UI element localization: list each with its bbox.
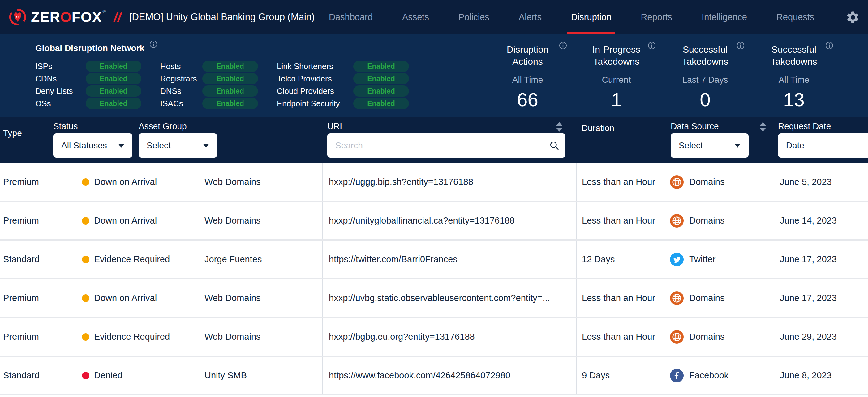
facebook-icon bbox=[670, 369, 684, 382]
nav-item-reports[interactable]: Reports bbox=[641, 0, 673, 34]
cell-request-date: June 14, 2023 bbox=[774, 202, 868, 239]
cell-data-source: Domains bbox=[664, 163, 774, 201]
enabled-pill[interactable]: Enabled bbox=[353, 73, 409, 84]
column-header-type: Type bbox=[3, 128, 22, 138]
stat-info-icon[interactable] bbox=[737, 41, 745, 51]
gdn-toggle-isps: ISPsEnabled bbox=[35, 61, 142, 72]
table-row[interactable]: PremiumEvidence RequiredWeb Domainshxxp:… bbox=[0, 318, 868, 357]
nav-item-assets[interactable]: Assets bbox=[402, 0, 429, 34]
status-filter-select[interactable]: All Statuses bbox=[53, 134, 132, 158]
request-date-input[interactable] bbox=[778, 134, 868, 158]
cell-status: Evidence Required bbox=[74, 240, 198, 278]
table-row[interactable]: StandardEvidence RequiredJorge Fuentesht… bbox=[0, 240, 868, 279]
table-row[interactable]: PremiumDown on ArrivalWeb Domainshxxp://… bbox=[0, 279, 868, 318]
enabled-pill[interactable]: Enabled bbox=[202, 61, 258, 72]
stat-info-icon[interactable] bbox=[559, 41, 567, 51]
gdn-info-icon[interactable] bbox=[149, 40, 157, 50]
data-source-sort-arrows-icon[interactable] bbox=[760, 122, 766, 132]
enabled-pill[interactable]: Enabled bbox=[86, 85, 142, 96]
stat-title: Successful Takedowns bbox=[758, 44, 830, 67]
gdn-toggle-label: Registrars bbox=[160, 74, 202, 84]
source-text: Facebook bbox=[689, 370, 728, 380]
request-date-filter-box bbox=[778, 134, 868, 158]
cell-type: Premium bbox=[0, 318, 74, 356]
table-row[interactable]: PremiumDown on ArrivalWeb Domainshxxp://… bbox=[0, 163, 868, 202]
stat-period: All Time bbox=[483, 75, 572, 85]
cell-duration: Less than an Hour bbox=[576, 279, 664, 317]
nav-item-intelligence[interactable]: Intelligence bbox=[702, 0, 747, 34]
cell-asset-group: Jorge Fuentes bbox=[198, 240, 322, 278]
url-sort-arrows-icon[interactable] bbox=[556, 122, 562, 132]
gdn-toggle-label: Hosts bbox=[160, 62, 202, 71]
status-dot-icon bbox=[82, 217, 89, 225]
search-icon[interactable] bbox=[549, 141, 559, 150]
enabled-pill[interactable]: Enabled bbox=[86, 98, 142, 109]
stat-value: 66 bbox=[483, 89, 572, 111]
gdn-title: Global Disruption Network bbox=[35, 44, 145, 53]
cell-data-source: Twitter bbox=[664, 240, 774, 278]
settings-gear-icon[interactable] bbox=[846, 10, 860, 25]
cell-data-source: Domains bbox=[664, 318, 774, 356]
cell-request-date: June 17, 2023 bbox=[774, 240, 868, 278]
gdn-toggle-deny-lists: Deny ListsEnabled bbox=[35, 85, 142, 96]
stat-title: In-Progress Takedowns bbox=[581, 44, 652, 67]
enabled-pill[interactable]: Enabled bbox=[86, 61, 142, 72]
cell-asset-group: Web Domains bbox=[198, 318, 322, 356]
table-row[interactable]: StandardDeniedUnity SMBhttps://www.faceb… bbox=[0, 357, 868, 395]
cell-status: Down on Arrival bbox=[74, 279, 198, 317]
enabled-pill[interactable]: Enabled bbox=[86, 73, 142, 84]
cell-data-source: Domains bbox=[664, 202, 774, 239]
gdn-toggle-label: DNSs bbox=[160, 86, 202, 96]
cell-asset-group: Web Domains bbox=[198, 163, 322, 201]
stat-period: Current bbox=[572, 75, 661, 85]
enabled-pill[interactable]: Enabled bbox=[202, 73, 258, 84]
table-row[interactable]: PremiumDown on ArrivalWeb Domainshxxp://… bbox=[0, 202, 868, 240]
data-source-filter-select[interactable]: Select bbox=[671, 134, 749, 158]
source-text: Domains bbox=[689, 216, 724, 226]
cell-request-date: June 5, 2023 bbox=[774, 163, 868, 201]
status-dot-icon bbox=[82, 333, 89, 341]
enabled-pill[interactable]: Enabled bbox=[202, 85, 258, 96]
nav-item-alerts[interactable]: Alerts bbox=[519, 0, 541, 34]
cell-status: Evidence Required bbox=[74, 318, 198, 356]
cell-status: Denied bbox=[74, 357, 198, 394]
nav-item-dashboard[interactable]: Dashboard bbox=[329, 0, 373, 34]
stat-value: 1 bbox=[572, 89, 661, 111]
nav-item-disruption[interactable]: Disruption bbox=[571, 0, 612, 34]
chevron-down-icon bbox=[734, 144, 741, 148]
source-text: Domains bbox=[689, 293, 724, 303]
status-dot-icon bbox=[82, 178, 89, 186]
status-text: Evidence Required bbox=[94, 254, 170, 264]
enabled-pill[interactable]: Enabled bbox=[202, 98, 258, 109]
enabled-pill[interactable]: Enabled bbox=[353, 61, 409, 72]
gdn-toggle-label: Endpoint Security bbox=[277, 99, 353, 108]
asset-group-filter-select[interactable]: Select bbox=[138, 134, 217, 158]
stat-value: 13 bbox=[749, 89, 838, 111]
column-header-request-date: Request Date bbox=[778, 121, 831, 131]
cell-asset-group: Unity SMB bbox=[198, 357, 322, 394]
source-text: Twitter bbox=[689, 254, 715, 264]
gdn-toggle-label: OSs bbox=[35, 99, 86, 108]
account-name: [DEMO] Unity Global Banking Group (Main) bbox=[129, 11, 315, 23]
twitter-icon bbox=[670, 253, 684, 266]
stat-info-icon[interactable] bbox=[648, 41, 656, 51]
chevron-down-icon bbox=[203, 144, 209, 148]
globe-icon bbox=[670, 175, 684, 189]
enabled-pill[interactable]: Enabled bbox=[353, 98, 409, 109]
gdn-toggle-label: Link Shorteners bbox=[277, 62, 353, 71]
cell-request-date: June 17, 2023 bbox=[774, 279, 868, 317]
url-search-input[interactable] bbox=[327, 134, 565, 158]
gdn-toggle-oss: OSsEnabled bbox=[35, 98, 142, 109]
main-nav: DashboardAssetsPoliciesAlertsDisruptionR… bbox=[329, 0, 814, 34]
brand[interactable]: ZEROFOX® // [DEMO] Unity Global Banking … bbox=[0, 0, 315, 34]
nav-item-policies[interactable]: Policies bbox=[459, 0, 489, 34]
nav-item-requests[interactable]: Requests bbox=[776, 0, 814, 34]
stat-info-icon[interactable] bbox=[825, 41, 833, 51]
disruption-summary-band: Global Disruption Network ISPsEnabledCDN… bbox=[0, 34, 868, 117]
stat-value: 0 bbox=[661, 89, 749, 111]
cell-url: hxxp://unityglobalfinancial.ca?entity=13… bbox=[322, 202, 576, 239]
cell-type: Premium bbox=[0, 163, 74, 201]
column-header-asset-group: Asset Group bbox=[138, 121, 187, 131]
enabled-pill[interactable]: Enabled bbox=[353, 85, 409, 96]
status-dot-icon bbox=[82, 256, 89, 263]
